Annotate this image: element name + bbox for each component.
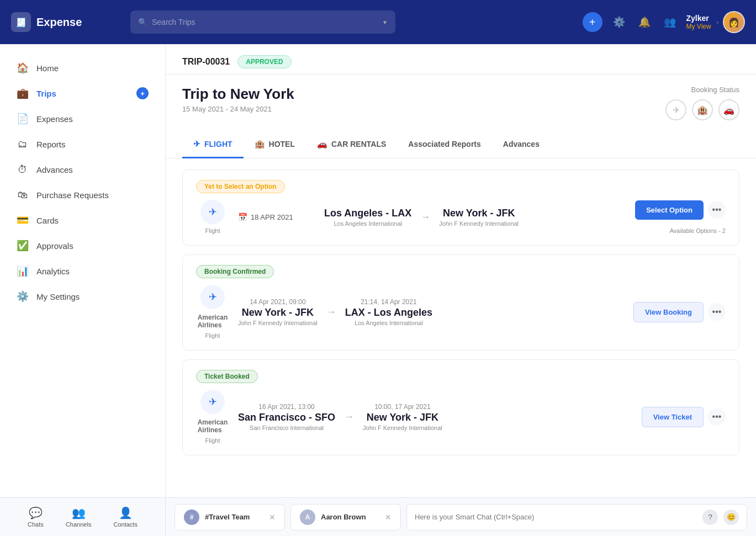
travel-team-close[interactable]: ✕: [269, 513, 276, 522]
aaron-avatar: A: [300, 510, 315, 525]
analytics-icon: 📊: [17, 265, 29, 277]
settings-icon[interactable]: ⚙️: [610, 13, 628, 31]
to-city-sub-1: John F Kennedy International: [439, 220, 519, 227]
more-options-2[interactable]: •••: [708, 303, 726, 321]
car-tab-label: CAR RENTALS: [331, 140, 386, 148]
channels-sidebar-item[interactable]: 👥 Channels: [66, 506, 91, 528]
sidebar-label-reports: Reports: [36, 140, 66, 149]
sidebar-label-home: Home: [36, 63, 59, 73]
flight-airline-3: AmericanAirlines: [198, 418, 228, 434]
add-button[interactable]: +: [583, 12, 602, 32]
flight-tab-label: FLIGHT: [204, 140, 232, 148]
flight-icon-wrap-1: ✈ Flight: [196, 200, 229, 234]
logo-icon: 🧾: [11, 12, 31, 32]
sidebar: 🏠 Home 💼 Trips + 📄 Expenses 🗂 Reports ⏱ …: [0, 44, 166, 497]
smart-chat-input[interactable]: [415, 513, 697, 521]
booking-flight-icon[interactable]: ✈: [665, 99, 686, 120]
trips-badge: +: [136, 87, 149, 99]
contacts-sidebar-item[interactable]: 👤 Contacts: [114, 506, 138, 528]
sidebar-label-approvals: Approvals: [36, 241, 73, 251]
trip-header: TRIP-00031 APPROVED: [166, 44, 756, 75]
search-icon: 🔍: [138, 18, 147, 26]
booking-status-label: Booking Status: [665, 86, 739, 94]
user-profile[interactable]: Zylker My View › 👩: [686, 11, 745, 33]
flight-date-1: 📅 18 APR 2021: [238, 213, 315, 221]
search-input[interactable]: [152, 18, 381, 26]
trip-title-section: Trip to New York 15 May 2021 - 24 May 20…: [166, 75, 756, 131]
tab-hotel[interactable]: 🏨 HOTEL: [244, 131, 306, 158]
flight-card-body-3: ✈ AmericanAirlines Flight 16 Apr 2021, 1…: [196, 390, 726, 444]
topbar-actions: + ⚙️ 🔔 👥 Zylker My View › 👩: [583, 11, 745, 33]
sidebar-item-settings[interactable]: ⚙️ My Settings: [0, 284, 165, 309]
from-city-name-3: San Francisco - SFO: [238, 412, 335, 423]
flights-container: Yet to Select an Option ✈ Flight 📅 18 AP…: [166, 158, 756, 466]
calendar-icon-1: 📅: [238, 213, 247, 221]
flight-card-body-2: ✈ AmericanAirlines Flight 14 Apr 2021, 0…: [196, 285, 726, 339]
depart-time-3: 16 Apr 2021, 13:00: [238, 403, 335, 411]
avatar[interactable]: 👩: [723, 11, 745, 33]
trip-dates: 15 May 2021 - 24 May 2021: [182, 105, 294, 113]
plane-icon-3: ✈: [200, 390, 225, 414]
user-view: My View: [686, 23, 711, 30]
topbar: 🧾 Expense 🔍 ▼ + ⚙️ 🔔 👥 Zylker My View › …: [0, 0, 756, 44]
booking-hotel-icon[interactable]: 🏨: [692, 99, 713, 120]
sidebar-item-expenses[interactable]: 📄 Expenses: [0, 106, 165, 131]
sidebar-item-home[interactable]: 🏠 Home: [0, 55, 165, 81]
sidebar-label-purchase: Purchase Requests: [36, 190, 109, 200]
expenses-icon: 📄: [17, 113, 29, 125]
available-options-1: Available Options - 2: [670, 227, 726, 234]
home-icon: 🏠: [17, 62, 29, 74]
flight-from-1: Los Angeles - LAX Los Angeles Internatio…: [324, 208, 411, 227]
main-layout: 🏠 Home 💼 Trips + 📄 Expenses 🗂 Reports ⏱ …: [0, 44, 756, 497]
search-bar[interactable]: 🔍 ▼: [130, 10, 395, 34]
more-options-3[interactable]: •••: [708, 408, 726, 426]
booking-car-icon[interactable]: 🚗: [718, 99, 739, 120]
user-name: Zylker: [686, 14, 711, 23]
sidebar-item-reports[interactable]: 🗂 Reports: [0, 131, 165, 157]
sidebar-item-advances[interactable]: ⏱ Advances: [0, 157, 165, 182]
flight-arrow-1: →: [420, 211, 430, 223]
sidebar-item-approvals[interactable]: ✅ Approvals: [0, 233, 165, 258]
sidebar-item-analytics[interactable]: 📊 Analytics: [0, 258, 165, 284]
hotel-tab-label: HOTEL: [269, 140, 295, 148]
flight-actions-row-2: View Booking •••: [633, 302, 726, 322]
chat-help-icon[interactable]: ?: [702, 510, 718, 525]
tab-flight[interactable]: ✈ FLIGHT: [182, 131, 244, 158]
aaron-close[interactable]: ✕: [385, 513, 392, 522]
view-ticket-button[interactable]: View Ticket: [642, 407, 704, 427]
flight-actions-row-3: View Ticket •••: [642, 407, 726, 427]
sidebar-label-advances: Advances: [36, 165, 73, 174]
tab-advances[interactable]: Advances: [492, 131, 551, 158]
sidebar-label-analytics: Analytics: [36, 267, 70, 276]
select-option-button[interactable]: Select Option: [635, 200, 704, 220]
flight-card-3: Ticket Booked ✈ AmericanAirlines Flight …: [182, 359, 739, 455]
chat-sidebar-icons: 💬 Chats 👥 Channels 👤 Contacts: [0, 498, 166, 536]
sidebar-item-trips[interactable]: 💼 Trips +: [0, 81, 165, 106]
more-options-1[interactable]: •••: [708, 201, 726, 219]
sidebar-label-settings: My Settings: [36, 292, 80, 301]
chat-emoji-icon[interactable]: 😊: [723, 510, 739, 525]
flight-airline-2: AmericanAirlines: [198, 314, 228, 329]
trip-id: TRIP-00031: [182, 57, 230, 67]
sidebar-item-purchase-requests[interactable]: 🛍 Purchase Requests: [0, 182, 165, 208]
car-tab-icon: 🚗: [317, 139, 327, 149]
to-city-name-1: New York - JFK: [439, 208, 519, 219]
flight-route-3: 16 Apr 2021, 13:00 San Francisco - SFO S…: [238, 403, 633, 431]
view-booking-button[interactable]: View Booking: [633, 302, 704, 322]
from-city-name-2: New York - JFK: [238, 307, 318, 319]
chat-panel-aaron[interactable]: A Aaron Brown ✕: [290, 504, 401, 530]
notifications-icon[interactable]: 🔔: [636, 13, 653, 31]
tab-car-rentals[interactable]: 🚗 CAR RENTALS: [306, 131, 397, 158]
sidebar-item-cards[interactable]: 💳 Cards: [0, 208, 165, 233]
flight-actions-row-1: Select Option •••: [635, 200, 726, 220]
users-icon[interactable]: 👥: [661, 13, 679, 31]
to-city-name-2: LAX - Los Angeles: [345, 307, 432, 319]
sidebar-label-cards: Cards: [36, 216, 59, 225]
booking-status: Booking Status ✈ 🏨 🚗: [665, 86, 739, 120]
flight-from-2: 14 Apr 2021, 09:00 New York - JFK John F…: [238, 298, 318, 326]
tab-associated-reports[interactable]: Associated Reports: [397, 131, 491, 158]
smart-chat-input-area[interactable]: ? 😊: [406, 504, 747, 530]
chats-sidebar-item[interactable]: 💬 Chats: [28, 506, 44, 528]
flight-arrow-3: →: [344, 411, 354, 423]
chat-panel-travel-team[interactable]: # #Travel Team ✕: [175, 504, 285, 530]
